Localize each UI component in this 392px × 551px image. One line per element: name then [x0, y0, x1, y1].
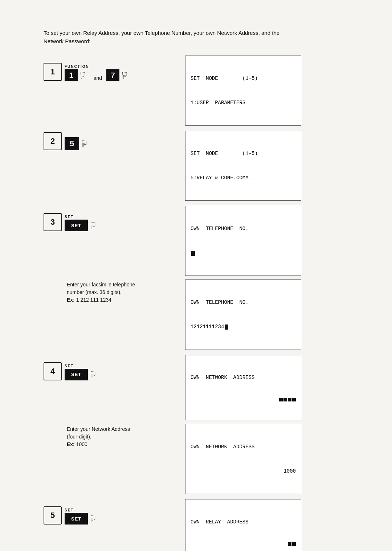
display-3b-line1: OWN TELEPHONE NO. [191, 298, 296, 306]
display-3b: OWN TELEPHONE NO. 12121111234 [185, 279, 301, 350]
step-2-row: 2 X 5 ☟ SET MODE (1-5) 5:RELAY & CONF.CO… [44, 131, 341, 201]
step-5-display: OWN RELAY ADDRESS [185, 499, 341, 551]
sq2 [283, 398, 287, 401]
hand-icon-2: ☟ [81, 139, 87, 149]
step-1-keys: 1 ☟ [65, 69, 86, 81]
step-3-left: 3 SET SET ☟ [44, 206, 185, 233]
set-label-3: SET [65, 215, 74, 219]
set-key-5: SET [65, 513, 88, 525]
step-4b-desc: Enter your Network Address(four-digit).E… [67, 425, 185, 448]
step-4-left: 4 SET SET ☟ [44, 355, 185, 382]
display-1-line1: SET MODE (1-5) [191, 74, 296, 82]
hand-icon-1: ☟ [80, 71, 86, 80]
step-4b-left: Enter your Network Address(four-digit).E… [44, 424, 185, 448]
badge-2: 2 [44, 132, 62, 150]
set-label-5: SET [65, 508, 74, 512]
step-4-row: 4 SET SET ☟ OWN NETWORK ADDRESS [44, 355, 341, 421]
page-content: To set your own Relay Address, your own … [0, 0, 392, 551]
display-2-line1: SET MODE (1-5) [191, 150, 296, 158]
cursor-3 [191, 251, 195, 256]
step-2-left: 2 X 5 ☟ [44, 131, 185, 152]
display-3-line2 [191, 249, 296, 257]
badge-1: 1 [44, 63, 62, 81]
step-4-key-group: SET SET ☟ [65, 364, 96, 380]
function-label: FUNCTION [65, 65, 89, 69]
key-7: 7 [106, 69, 119, 81]
display-4b-line1: OWN NETWORK ADDRESS [191, 443, 296, 451]
badge-5: 5 [44, 506, 62, 525]
hand-icon-5: ☟ [90, 514, 96, 524]
step-3-display: OWN TELEPHONE NO. [185, 206, 341, 276]
display-3b-line2: 12121111234 [191, 323, 296, 331]
step-5-row: 5 SET SET ☟ OWN RELAY ADDRESS [44, 499, 341, 551]
step-1-left: 1 FUNCTION 1 ☟ and X 7 ☟ [44, 56, 185, 82]
step-3-action: 3 SET SET ☟ [44, 206, 185, 231]
display-1-line2: 1:USER PARAMETERS [191, 99, 296, 107]
badge-4: 4 [44, 362, 62, 380]
squares-5 [288, 542, 296, 546]
step-1-badge: 1 [44, 63, 62, 81]
hand-icon-7: ☟ [122, 71, 127, 80]
step-2-action: 2 X 5 ☟ [44, 131, 185, 150]
hand-icon-4: ☟ [90, 370, 96, 380]
step-1-key-group: FUNCTION 1 ☟ [65, 65, 89, 81]
step-4-action: 4 SET SET ☟ [44, 355, 185, 380]
step-4-keys: SET ☟ [65, 369, 96, 380]
display-4-line2 [191, 398, 296, 401]
set-key-4: SET [65, 369, 88, 380]
display-3-line1: OWN TELEPHONE NO. [191, 225, 296, 233]
step-3b-desc: Enter your facsimile telephonenumber (ma… [67, 281, 185, 304]
key-5: 5 [65, 137, 79, 150]
step-5-keys: SET ☟ [65, 513, 96, 525]
step-5-left: 5 SET SET ☟ [44, 499, 185, 526]
step-3b-display: OWN TELEPHONE NO. 12121111234 [185, 279, 341, 350]
set-key-3: SET [65, 220, 88, 231]
step-3b-left: Enter your facsimile telephonenumber (ma… [44, 279, 185, 304]
step-2-display: SET MODE (1-5) 5:RELAY & CONF.COMM. [185, 131, 341, 201]
sq3 [288, 398, 291, 401]
step-5-action: 5 SET SET ☟ [44, 499, 185, 525]
step-1-action: 1 FUNCTION 1 ☟ and X 7 ☟ [44, 56, 185, 81]
display-5-line1: OWN RELAY ADDRESS [191, 518, 296, 526]
display-4-line1: OWN NETWORK ADDRESS [191, 374, 296, 381]
key7-group: 7 ☟ [106, 69, 127, 81]
step-2-keys: 5 ☟ [65, 137, 87, 150]
step-3-keys: SET ☟ [65, 220, 96, 231]
key-1: 1 [65, 69, 78, 81]
intro-text: To set your own Relay Address, your own … [44, 29, 290, 45]
step-4-display: OWN NETWORK ADDRESS [185, 355, 341, 421]
step-1-display: SET MODE (1-5) 1:USER PARAMETERS [185, 56, 341, 126]
step-4b-row: Enter your Network Address(four-digit).E… [44, 424, 341, 494]
step-5-key-group: SET SET ☟ [65, 508, 96, 525]
step-1-key7-group: X 7 ☟ [106, 65, 127, 81]
and-text: and [94, 75, 102, 81]
display-1: SET MODE (1-5) 1:USER PARAMETERS [185, 56, 301, 126]
display-4b-line2: 1000 [191, 467, 296, 475]
display-5: OWN RELAY ADDRESS [185, 499, 301, 551]
display-4: OWN NETWORK ADDRESS [185, 355, 301, 421]
step-4b-display: OWN NETWORK ADDRESS 1000 [185, 424, 341, 494]
sq1 [279, 398, 283, 401]
display-3: OWN TELEPHONE NO. [185, 206, 301, 276]
step-1-row: 1 FUNCTION 1 ☟ and X 7 ☟ [44, 56, 341, 126]
display-5-line2 [191, 542, 296, 546]
badge-3: 3 [44, 213, 62, 231]
display-2-line2: 5:RELAY & CONF.COMM. [191, 174, 296, 182]
cursor-3b [225, 325, 228, 330]
sq5-2 [292, 542, 296, 546]
set-label-4: SET [65, 364, 74, 368]
hand-icon-3: ☟ [90, 221, 96, 230]
step-3b-row: Enter your facsimile telephonenumber (ma… [44, 279, 341, 350]
sq5-1 [288, 542, 291, 546]
display-2: SET MODE (1-5) 5:RELAY & CONF.COMM. [185, 131, 301, 201]
step-2-key-group: X 5 ☟ [65, 132, 87, 150]
squares-4 [279, 398, 296, 401]
step-3-key-group: SET SET ☟ [65, 215, 96, 231]
step-3-row: 3 SET SET ☟ OWN TELEPHONE NO. [44, 206, 341, 276]
sq4 [292, 398, 296, 401]
display-4b: OWN NETWORK ADDRESS 1000 [185, 424, 301, 494]
